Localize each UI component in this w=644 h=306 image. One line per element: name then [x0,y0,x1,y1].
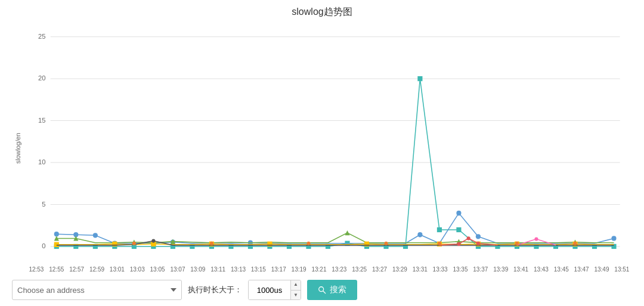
svg-point-72 [476,242,480,245]
svg-text:15: 15 [38,117,45,124]
svg-rect-59 [54,242,59,247]
spinner-buttons: ▲ ▼ [290,280,301,300]
svg-point-74 [132,242,136,245]
svg-point-50 [476,234,481,239]
svg-text:10: 10 [38,158,45,166]
svg-point-78 [438,242,441,245]
svg-rect-31 [417,76,422,81]
svg-rect-64 [364,242,369,246]
svg-text:5: 5 [42,200,45,207]
spinner-down-button[interactable]: ▼ [291,291,301,301]
search-icon [318,286,326,294]
spinner-up-button[interactable]: ▲ [291,280,301,291]
svg-text:25: 25 [38,33,45,40]
svg-point-79 [515,242,519,245]
svg-point-51 [611,236,616,241]
svg-point-71 [457,242,460,246]
svg-text:0: 0 [42,242,45,249]
search-button[interactable]: 搜索 [307,280,357,300]
svg-text:20: 20 [38,74,45,82]
svg-line-82 [323,291,326,293]
duration-input[interactable] [249,280,290,299]
x-axis-labels: 12:53 12:55 12:57 12:59 13:01 13:03 13:0… [26,265,632,273]
svg-point-73 [534,237,538,241]
svg-rect-60 [112,242,117,246]
svg-point-48 [417,232,422,237]
svg-marker-56 [345,230,349,235]
bottom-bar: Choose an address 执行时长大于： ▲ ▼ 搜索 [12,275,632,300]
svg-point-76 [306,242,310,245]
y-axis-label: slowlog/en [12,24,24,273]
svg-point-70 [467,236,470,240]
svg-rect-63 [267,242,272,246]
address-select[interactable]: Choose an address [12,280,182,300]
svg-point-69 [151,239,155,242]
svg-point-75 [210,242,213,245]
svg-point-42 [54,232,59,236]
svg-point-77 [384,242,388,245]
duration-input-wrapper: ▲ ▼ [248,280,301,300]
svg-rect-32 [437,227,442,232]
svg-point-49 [456,211,461,216]
svg-rect-33 [456,227,461,232]
svg-point-80 [573,242,577,245]
duration-label: 执行时长大于： [188,285,242,295]
svg-point-44 [93,233,98,238]
chart-title: slowlog趋势图 [292,6,352,18]
svg-point-81 [319,287,324,292]
search-button-label: 搜索 [330,285,346,295]
